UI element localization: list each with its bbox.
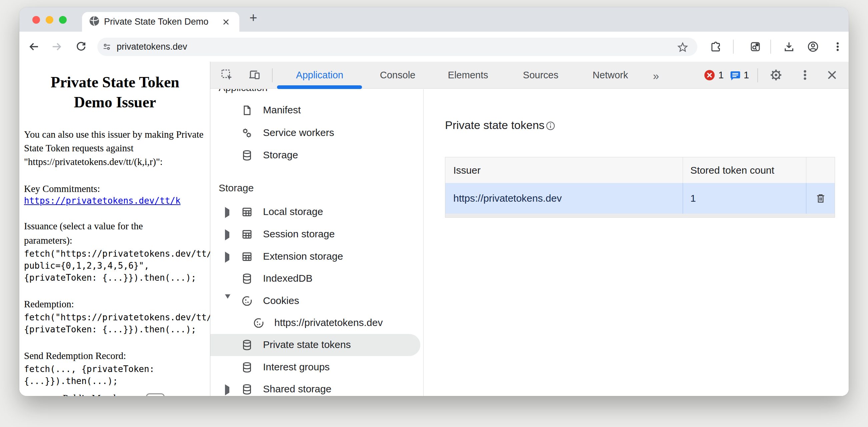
- sidebar-item-storage[interactable]: Storage: [210, 144, 421, 166]
- error-count: 1: [718, 70, 724, 81]
- sidebar-item-session-storage[interactable]: Session storage: [210, 223, 421, 245]
- cookie-icon: [241, 295, 253, 307]
- sidebar-item-manifest[interactable]: Manifest: [210, 99, 421, 121]
- sidebar-item-indexeddb[interactable]: IndexedDB: [210, 268, 421, 290]
- grid-table-icon: [241, 251, 253, 263]
- bookmark-star-icon[interactable]: [677, 41, 689, 53]
- devtools-close-icon[interactable]: [825, 68, 839, 82]
- side-panel-search-icon[interactable]: [749, 41, 761, 53]
- extensions-puzzle-icon[interactable]: [710, 41, 722, 53]
- public-member-label: Public Member: [63, 393, 127, 396]
- cookie-icon: [253, 317, 265, 329]
- disclosure-triangle-icon[interactable]: [225, 254, 229, 260]
- browser-menu-kebab-icon[interactable]: [832, 41, 844, 53]
- profile-icon[interactable]: [807, 41, 819, 53]
- tab-close-icon[interactable]: [220, 16, 232, 28]
- column-header-stored-token-count[interactable]: Stored token count: [683, 157, 806, 183]
- url-bar[interactable]: privatetokens.dev: [97, 38, 698, 56]
- traffic-light-close-icon[interactable]: [32, 16, 40, 24]
- key-commitments-link[interactable]: https://privatetokens.dev/tt/k: [24, 196, 181, 206]
- issuance-section: Issuance (select a value for the paramet…: [24, 219, 206, 284]
- active-tab-underline: [277, 85, 362, 89]
- database-icon: [241, 339, 253, 351]
- tab-application[interactable]: Application: [296, 70, 343, 81]
- globe-favicon-icon: [89, 15, 100, 27]
- settings-gear-icon[interactable]: [769, 68, 783, 82]
- devtools-toolbar-divider: [757, 68, 758, 82]
- sidebar-item-cookie-origin[interactable]: https://privatetokens.dev: [210, 312, 421, 334]
- panel-title: Private state tokens: [445, 119, 556, 132]
- send-redemption-record-label: Send Redemption Record:: [24, 349, 184, 363]
- toolbar-divider: [770, 40, 771, 54]
- table-row[interactable]: https://privatetokens.dev 1: [445, 183, 835, 214]
- devtools-toolbar: Application Console Elements Sources Net…: [210, 62, 849, 89]
- database-icon: [241, 361, 253, 373]
- traffic-light-zoom-icon[interactable]: [59, 16, 67, 24]
- column-header-issuer[interactable]: Issuer: [445, 157, 683, 183]
- cell-actions: [806, 183, 835, 214]
- tab-sources[interactable]: Sources: [523, 70, 558, 81]
- message-count: 1: [744, 70, 749, 81]
- tokens-table: Issuer Stored token count https://privat…: [445, 157, 835, 218]
- page-title: Private State Token Demo Issuer: [24, 72, 206, 112]
- site-settings-tune-icon[interactable]: [102, 42, 112, 52]
- sidebar-item-service-workers[interactable]: Service workers: [210, 122, 421, 144]
- sidebar-item-shared-storage[interactable]: Shared storage: [210, 378, 421, 396]
- inspect-element-icon[interactable]: [220, 68, 234, 82]
- sidebar-item-extension-storage[interactable]: Extension storage: [210, 246, 421, 268]
- clipped-bottom-row: Public Member: [19, 393, 210, 396]
- more-tabs-chevron-icon[interactable]: »: [653, 70, 659, 82]
- issuance-code: fetch("https://privatetokens.dev/tt/ pub…: [24, 248, 206, 284]
- device-toolbar-icon[interactable]: [248, 68, 261, 82]
- cell-issuer: https://privatetokens.dev: [445, 183, 683, 214]
- download-icon[interactable]: [783, 41, 795, 53]
- sidebar-item-private-state-tokens[interactable]: Private state tokens: [210, 334, 420, 356]
- sidebar-item-interest-groups[interactable]: Interest groups: [210, 356, 421, 378]
- devtools-toolbar-divider: [272, 68, 273, 82]
- devtools-panel: Application Console Elements Sources Net…: [210, 62, 849, 396]
- table-header-row: Issuer Stored token count: [445, 157, 835, 183]
- browser-tab[interactable]: Private State Token Demo: [82, 12, 239, 32]
- disclosure-triangle-icon[interactable]: [225, 210, 229, 216]
- key-commitments-label: Key Commitments:: [24, 182, 206, 196]
- screenshot-stage: Private State Token Demo +: [0, 0, 868, 427]
- database-icon: [241, 149, 253, 161]
- sidebar-item-local-storage[interactable]: Local storage: [210, 201, 421, 223]
- tab-strip: Private State Token Demo +: [19, 7, 849, 32]
- devtools-main-panel: Private state tokens: [424, 89, 849, 396]
- tab-elements[interactable]: Elements: [448, 70, 488, 81]
- redemption-label: Redemption:: [24, 297, 184, 311]
- traffic-light-minimize-icon[interactable]: [46, 16, 53, 24]
- database-icon: [241, 383, 253, 395]
- back-icon[interactable]: [28, 41, 40, 53]
- web-page: Private State Token Demo Issuer You can …: [19, 62, 210, 396]
- browser-toolbar: privatetokens.dev: [19, 32, 849, 62]
- url-text: privatetokens.dev: [117, 42, 187, 52]
- reload-icon[interactable]: [75, 41, 87, 53]
- grid-table-icon: [241, 206, 253, 218]
- console-message-icon[interactable]: [729, 69, 742, 83]
- public-member-input[interactable]: [146, 393, 165, 396]
- info-icon[interactable]: [545, 121, 556, 131]
- disclosure-triangle-icon[interactable]: [225, 232, 229, 238]
- grid-table-icon: [241, 228, 253, 240]
- tab-network[interactable]: Network: [593, 70, 628, 81]
- cell-stored-token-count: 1: [683, 183, 806, 214]
- devtools-body: Application Manifest: [210, 89, 849, 396]
- disclosure-triangle-icon[interactable]: [225, 387, 229, 393]
- devtools-menu-kebab-icon[interactable]: [798, 68, 812, 82]
- sidebar-section-storage: Storage: [210, 178, 421, 200]
- send-redemption-record-section: Send Redemption Record: fetch(..., {priv…: [24, 349, 206, 387]
- sidebar-item-cookies[interactable]: Cookies: [210, 290, 421, 312]
- trash-icon[interactable]: [815, 193, 826, 204]
- tab-console[interactable]: Console: [380, 70, 415, 81]
- new-tab-icon[interactable]: +: [247, 11, 260, 25]
- sidebar-section-application: Application: [210, 89, 421, 99]
- forward-icon[interactable]: [51, 41, 63, 53]
- content-area: Private State Token Demo Issuer You can …: [19, 62, 849, 396]
- toolbar-divider: [733, 40, 734, 54]
- disclosure-triangle-icon[interactable]: [225, 299, 230, 305]
- browser-window: Private State Token Demo +: [19, 7, 849, 396]
- error-badge-icon[interactable]: [703, 69, 717, 82]
- document-icon: [241, 104, 253, 116]
